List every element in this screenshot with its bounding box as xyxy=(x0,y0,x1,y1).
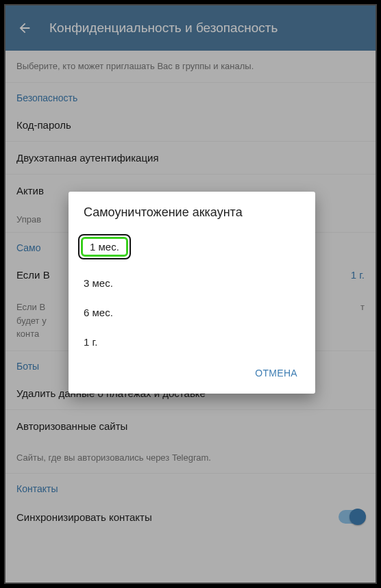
cancel-button[interactable]: ОТМЕНА xyxy=(247,362,306,384)
selection-highlight: 1 мес. xyxy=(78,234,131,259)
dialog-option-1-month[interactable]: 1 мес. xyxy=(69,225,315,268)
self-destruct-dialog: Самоуничтожение аккаунта 1 мес. 3 мес. 6… xyxy=(69,192,315,394)
dialog-option-6-months[interactable]: 6 мес. xyxy=(69,298,315,327)
dialog-actions: ОТМЕНА xyxy=(69,357,315,388)
dialog-option-3-months[interactable]: 3 мес. xyxy=(69,268,315,298)
privacy-settings-screen: Конфиденциальность и безопасность Выбери… xyxy=(4,4,377,584)
dialog-option-1-year[interactable]: 1 г. xyxy=(69,327,315,357)
dialog-title: Самоуничтожение аккаунта xyxy=(69,205,315,225)
